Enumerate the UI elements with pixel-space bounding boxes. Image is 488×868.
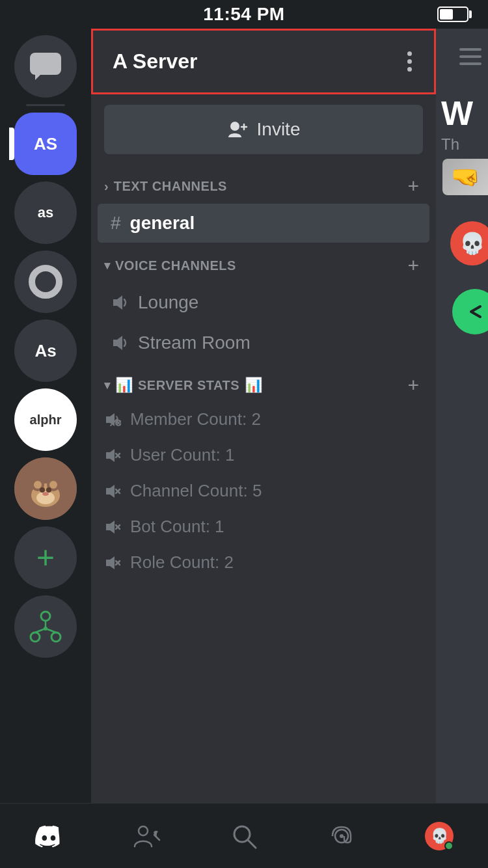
right-subtext: Th (436, 135, 488, 154)
hamburger-menu[interactable] (459, 48, 481, 65)
stream-room-channel-name: Stream Room (138, 332, 251, 353)
svg-point-11 (31, 632, 40, 642)
profile-avatar: 💀 (425, 822, 454, 850)
voice-channels-header[interactable]: ▾ VOICE CHANNELS + (91, 249, 436, 282)
svg-point-5 (49, 481, 57, 489)
server-more-options[interactable] (405, 49, 414, 74)
invite-button-label: Invite (257, 119, 301, 140)
server-stats-title: SERVER STATS (138, 378, 239, 393)
nav-item-discord[interactable] (21, 815, 76, 857)
plus-icon: + (36, 542, 55, 573)
channel-item-general[interactable]: # general (98, 204, 429, 243)
chevron-icon (462, 299, 488, 325)
lounge-channel-name: Lounge (138, 292, 198, 313)
online-indicator (444, 841, 454, 850)
server-active-indicator (9, 128, 14, 160)
right-panel-peek: W Th 🤜 💀 (436, 29, 488, 803)
stats-emoji-left: 📊 (115, 377, 133, 394)
sidebar-item-as-server[interactable]: AS (14, 113, 77, 175)
right-red-circle: 💀 (450, 221, 488, 265)
app-container: AS as As alphr (0, 29, 488, 803)
text-channels-add[interactable]: + (403, 176, 423, 196)
svg-marker-27 (106, 449, 115, 462)
animal-icon (14, 457, 77, 520)
svg-point-4 (34, 481, 42, 489)
nav-item-friends[interactable] (119, 815, 174, 857)
server-header[interactable]: A Server (91, 29, 436, 94)
server-stats-section: ▾ 📊 SERVER STATS 📊 + Member Count: 2 (91, 369, 436, 580)
text-channels-section: › TEXT CHANNELS + # general (91, 170, 436, 244)
server-stats-chevron: ▾ (104, 378, 110, 392)
alphr-label: alphr (30, 413, 62, 427)
text-channels-title: TEXT CHANNELS (114, 179, 227, 194)
svg-point-17 (230, 122, 239, 131)
right-decoration-box: 🤜 (442, 159, 488, 195)
voice-channels-add[interactable]: + (403, 256, 423, 275)
sidebar-item-circle[interactable] (14, 251, 77, 313)
svg-point-39 (139, 826, 148, 835)
stats-voice-muted-icon-4 (104, 519, 121, 536)
channel-panel: A Server Invite › TEXT CHANN (91, 29, 436, 803)
server-stats-title-wrap: ▾ 📊 SERVER STATS 📊 (104, 377, 262, 394)
general-channel-name: general (130, 213, 195, 234)
sidebar-item-animal[interactable] (14, 457, 77, 520)
status-bar: 11:54 PM (0, 0, 488, 29)
stats-item-bot-count[interactable]: Bot Count: 1 (91, 509, 436, 545)
sidebar-item-alphr[interactable]: alphr (14, 388, 77, 451)
voice-channels-title: VOICE CHANNELS (115, 258, 236, 273)
nav-item-mentions[interactable] (314, 815, 369, 857)
sidebar-item-as-dark[interactable]: as (14, 182, 77, 244)
as-blue-label: AS (34, 134, 57, 154)
channel-item-stream-room[interactable]: Stream Room (98, 323, 429, 362)
ring-icon (29, 265, 62, 299)
svg-marker-22 (106, 413, 115, 426)
right-green-circle (452, 289, 488, 334)
svg-marker-33 (106, 521, 115, 534)
bottom-navigation: 💀 (0, 803, 488, 868)
as-server-label: As (34, 341, 56, 361)
discovery-icon (27, 608, 64, 645)
voice-icon-stream (111, 334, 129, 352)
invite-button[interactable]: Invite (104, 105, 423, 154)
status-time: 11:54 PM (203, 4, 284, 25)
stats-item-user-count[interactable]: User Count: 1 (91, 437, 436, 473)
svg-line-42 (248, 840, 256, 848)
voice-channels-title-wrap: ▾ VOICE CHANNELS (104, 258, 236, 273)
sidebar-item-add-server[interactable]: + (14, 526, 77, 589)
right-heading: W (436, 94, 488, 133)
battery-fill (440, 9, 453, 20)
stats-item-member-count[interactable]: Member Count: 2 (91, 401, 436, 437)
chat-bubble-icon (30, 53, 61, 80)
status-battery (437, 7, 468, 22)
sidebar-item-messages[interactable] (14, 35, 77, 98)
svg-point-8 (46, 487, 51, 493)
stats-item-channel-count[interactable]: Channel Count: 5 (91, 473, 436, 509)
svg-marker-21 (113, 336, 122, 350)
voice-channels-chevron: ▾ (104, 258, 110, 273)
search-nav-icon (230, 822, 258, 850)
svg-point-7 (40, 487, 45, 493)
mentions-nav-icon (327, 822, 356, 850)
stats-item-role-count[interactable]: Role Count: 2 (91, 545, 436, 580)
nav-item-search[interactable] (217, 815, 271, 857)
sidebar-item-discovery[interactable] (14, 595, 77, 658)
svg-point-9 (42, 492, 49, 496)
stats-emoji-right: 📊 (245, 377, 262, 394)
nav-item-profile[interactable]: 💀 (412, 815, 467, 857)
channel-item-lounge[interactable]: Lounge (98, 283, 429, 322)
bot-count-label: Bot Count: 1 (130, 517, 224, 537)
server-stats-header[interactable]: ▾ 📊 SERVER STATS 📊 + (91, 369, 436, 401)
svg-point-10 (41, 612, 50, 621)
svg-marker-30 (106, 485, 115, 498)
discord-nav-icon (34, 822, 63, 850)
text-channels-header[interactable]: › TEXT CHANNELS + (91, 170, 436, 202)
divider (26, 104, 65, 106)
text-channels-chevron: › (104, 179, 109, 194)
sidebar-item-as[interactable]: As (14, 319, 77, 382)
stats-voice-muted-icon-1 (104, 411, 121, 428)
stats-voice-muted-icon-3 (104, 483, 121, 500)
svg-marker-20 (113, 295, 122, 310)
svg-point-44 (340, 834, 344, 838)
server-stats-add[interactable]: + (403, 375, 423, 395)
hash-icon: # (111, 213, 121, 234)
